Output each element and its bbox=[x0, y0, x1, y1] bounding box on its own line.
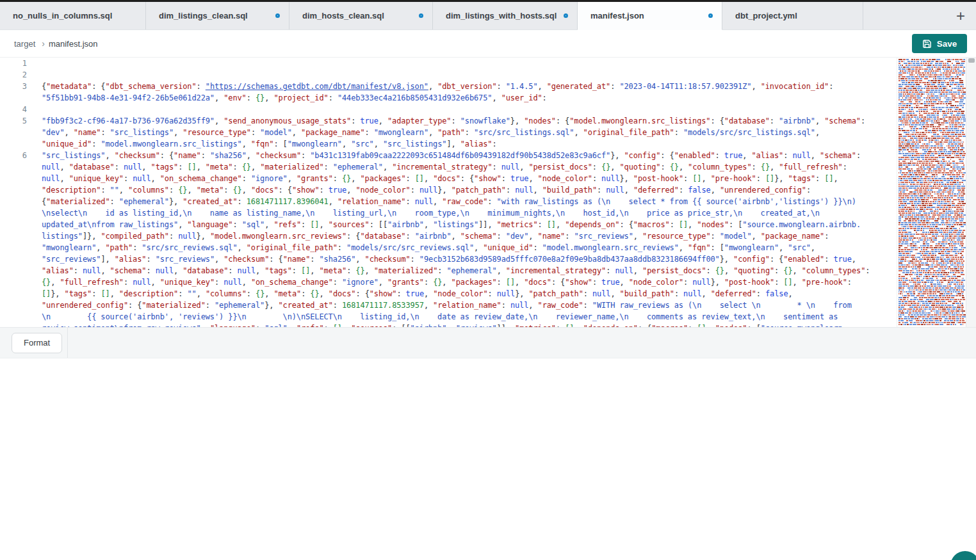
code-row: \nselect\n id as listing_id,\n name as l… bbox=[42, 207, 820, 219]
line-number: 2 bbox=[0, 69, 29, 81]
tab-dbt-project-yml[interactable]: dbt_project.yml bbox=[722, 2, 863, 29]
line-number-gutter: 123456 bbox=[0, 58, 29, 327]
vertical-scrollbar[interactable] bbox=[966, 58, 976, 327]
editor-footer-bar: Format bbox=[0, 327, 976, 358]
ide-window: no_nulls_in_columns.sqldim_listings_clea… bbox=[0, 0, 976, 560]
tab-label: manifest.json bbox=[590, 11, 644, 20]
code-row: "description": "", "columns": {}, "meta"… bbox=[42, 184, 811, 196]
tab-no-nulls-in-columns-sql[interactable]: no_nulls_in_columns.sql bbox=[0, 2, 146, 29]
code-row: "unique_id": "model.mwonglearn.src_listi… bbox=[42, 138, 497, 150]
code-row: {"metadata": {"dbt_schema_version": "htt… bbox=[42, 81, 833, 92]
results-pane bbox=[0, 358, 976, 560]
code-row: "src_reviews"], "alias": "src_reviews", … bbox=[42, 253, 856, 265]
code-row: null, "database": null, "tags": [], "met… bbox=[42, 161, 847, 173]
modified-dot-icon bbox=[564, 13, 568, 18]
tab-label: no_nulls_in_columns.sql bbox=[13, 11, 112, 20]
minimap-canvas bbox=[897, 58, 966, 327]
code-row: \n {{ source('airbnb', 'reviews') }}\n \… bbox=[42, 311, 838, 323]
modified-dot-icon bbox=[419, 13, 423, 18]
tab-bar-filler: + bbox=[863, 2, 976, 29]
code-row: null, "unique_key": null, "on_schema_cha… bbox=[42, 173, 838, 184]
line-number: 3 bbox=[0, 81, 29, 92]
help-bubble-button[interactable] bbox=[950, 551, 976, 560]
code-row: {}, "full_refresh": null, "unique_key": … bbox=[42, 276, 852, 288]
line-number: 6 bbox=[0, 150, 29, 161]
code-row: "fbb9f3c2-cf96-4a17-b736-976a62d35ff9", … bbox=[42, 115, 865, 127]
breadcrumb-folder: target bbox=[14, 39, 35, 49]
code-row: {"materialized": "ephemeral"}, "created_… bbox=[42, 196, 856, 207]
new-tab-button[interactable]: + bbox=[949, 4, 972, 28]
footer-divider bbox=[67, 328, 68, 358]
line-number: 4 bbox=[0, 104, 29, 115]
code-row: "mwonglearn", "path": "src/src_reviews.s… bbox=[42, 242, 815, 253]
code-area[interactable]: {"metadata": {"dbt_schema_version": "htt… bbox=[42, 58, 895, 327]
code-row: listings"]}, "compiled_path": null}, "mo… bbox=[42, 230, 829, 242]
tab-dim-hosts-clean-sql[interactable]: dim_hosts_clean.sql bbox=[289, 2, 433, 29]
tab-label: dbt_project.yml bbox=[735, 11, 797, 20]
code-row: "5f51bb91-94b8-4e31-94f2-26b5e061d22a", … bbox=[42, 92, 547, 104]
modified-dot-icon bbox=[275, 13, 280, 18]
chevron-right-icon: › bbox=[42, 38, 45, 49]
tab-label: dim_listings_clean.sql bbox=[159, 11, 248, 20]
breadcrumb-file: manifest.json bbox=[49, 39, 98, 49]
code-row: "unrendered_config": {"materialized": "e… bbox=[42, 300, 852, 311]
code-row: review_sentiment\nfrom raw_reviews", "la… bbox=[42, 323, 847, 327]
tab-label: dim_listings_with_hosts.sql bbox=[446, 11, 557, 20]
code-editor: 123456 {"metadata": {"dbt_schema_version… bbox=[0, 58, 976, 327]
breadcrumb: target › manifest.json bbox=[14, 38, 98, 49]
line-number: 5 bbox=[0, 115, 29, 127]
tab-manifest-json[interactable]: manifest.json bbox=[578, 2, 722, 30]
save-button[interactable]: Save bbox=[912, 34, 967, 53]
tab-bar: no_nulls_in_columns.sqldim_listings_clea… bbox=[0, 2, 976, 30]
file-header-bar: target › manifest.json Save bbox=[0, 30, 976, 58]
save-icon bbox=[922, 39, 932, 49]
code-row: []}, "tags": [], "description": "", "col… bbox=[42, 288, 793, 300]
line-number: 1 bbox=[0, 58, 29, 69]
code-row: "src_listings", "checksum": {"name": "sh… bbox=[42, 150, 861, 161]
code-row: updated_at\nfrom raw_listings", "languag… bbox=[42, 219, 861, 230]
format-button[interactable]: Format bbox=[12, 333, 62, 353]
code-row: "dev", "name": "src_listings", "resource… bbox=[42, 127, 820, 138]
tab-dim-listings-clean-sql[interactable]: dim_listings_clean.sql bbox=[146, 2, 289, 29]
scrollbar-thumb[interactable] bbox=[968, 58, 975, 63]
code-row: "alias": null, "schema": null, "database… bbox=[42, 265, 870, 276]
minimap[interactable] bbox=[897, 58, 966, 327]
tab-label: dim_hosts_clean.sql bbox=[302, 11, 384, 20]
tab-dim-listings-with-hosts-sql[interactable]: dim_listings_with_hosts.sql bbox=[433, 2, 578, 29]
save-button-label: Save bbox=[937, 39, 957, 49]
modified-dot-icon bbox=[708, 13, 713, 18]
